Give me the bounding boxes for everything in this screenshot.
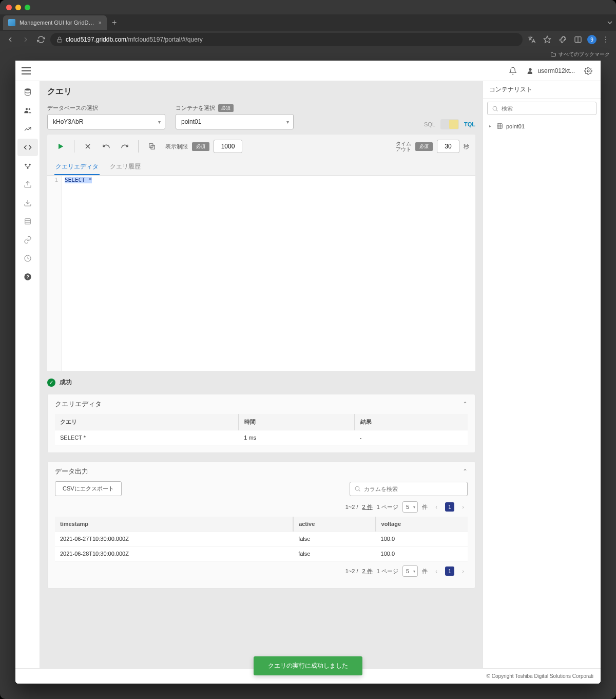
prev-page-button[interactable]: ‹ bbox=[432, 502, 441, 512]
display-limit-input[interactable] bbox=[214, 140, 242, 153]
required-badge: 必須 bbox=[192, 142, 209, 151]
prev-page-button[interactable]: ‹ bbox=[432, 566, 441, 576]
translate-icon[interactable] bbox=[526, 33, 538, 46]
container-list-title: コンテナリスト bbox=[483, 81, 601, 99]
col-result: 結果 bbox=[355, 414, 468, 430]
star-icon[interactable] bbox=[541, 33, 553, 46]
timeout-unit: 秒 bbox=[464, 143, 469, 150]
svg-marker-1 bbox=[544, 36, 550, 43]
col-voltage: voltage bbox=[376, 517, 468, 532]
page-number[interactable]: 1 bbox=[445, 566, 454, 576]
svg-line-27 bbox=[359, 490, 360, 491]
clear-button[interactable] bbox=[81, 139, 95, 154]
rows-per-page-select[interactable]: 5 bbox=[402, 501, 418, 513]
sidebar-item-help[interactable]: ? bbox=[17, 268, 38, 286]
panel-header[interactable]: クエリエディタ ⌃ bbox=[48, 394, 475, 414]
forward-button[interactable] bbox=[20, 33, 32, 46]
extensions-icon[interactable] bbox=[556, 33, 569, 46]
sidebar-item-query[interactable] bbox=[17, 139, 38, 156]
pager-top: 1~2 / 2 件 1 ページ 5 件 ‹ 1 › bbox=[55, 501, 468, 513]
redo-button[interactable] bbox=[118, 139, 132, 154]
required-badge: 必須 bbox=[415, 142, 433, 151]
query-result-panel: クエリエディタ ⌃ クエリ 時間 結果 SE bbox=[47, 394, 475, 453]
close-window-button[interactable] bbox=[6, 5, 12, 10]
kebab-menu-icon[interactable] bbox=[600, 33, 612, 46]
svg-point-4 bbox=[605, 36, 606, 37]
close-tab-icon[interactable]: × bbox=[99, 20, 102, 26]
panel-header[interactable]: データ出力 ⌃ bbox=[48, 462, 475, 481]
panel-title: データ出力 bbox=[55, 467, 88, 476]
tree-item-label: point01 bbox=[506, 123, 525, 129]
mode-sql-label: SQL bbox=[424, 121, 435, 127]
sidebar-item-history[interactable] bbox=[17, 250, 38, 267]
maximize-window-button[interactable] bbox=[25, 5, 30, 10]
copyright-text: © Copyright Toshiba Digital Solutions Co… bbox=[487, 673, 593, 679]
profile-badge[interactable]: 9 bbox=[587, 35, 596, 44]
svg-point-5 bbox=[605, 39, 606, 40]
mode-toggle[interactable] bbox=[440, 119, 459, 129]
sidebar-item-connect[interactable] bbox=[17, 157, 38, 175]
reload-button[interactable] bbox=[35, 33, 47, 46]
svg-point-11 bbox=[28, 108, 30, 110]
svg-text:?: ? bbox=[26, 274, 29, 279]
status-text: 成功 bbox=[60, 378, 72, 387]
next-page-button[interactable]: › bbox=[458, 502, 468, 512]
tab-query-history[interactable]: クエリ履歴 bbox=[109, 158, 142, 175]
bookmarks-label[interactable]: すべてのブックマーク bbox=[559, 51, 610, 58]
rows-per-page-select[interactable]: 5 bbox=[402, 565, 418, 577]
sidebar-item-database[interactable] bbox=[17, 83, 38, 101]
table-row: 2021-06-27T10:30:00.000Z false 100.0 bbox=[55, 532, 468, 546]
query-result-table: クエリ 時間 結果 SELECT * 1 ms - bbox=[55, 414, 468, 445]
undo-button[interactable] bbox=[99, 139, 113, 154]
svg-rect-15 bbox=[25, 219, 30, 224]
container-list-panel: コンテナリスト ▸ point01 bbox=[483, 81, 601, 684]
sidebar-item-download[interactable] bbox=[17, 194, 38, 212]
svg-point-26 bbox=[355, 486, 359, 490]
browser-tab[interactable]: Management GUI for GridD… × bbox=[3, 15, 107, 30]
line-number: 1 bbox=[48, 177, 58, 183]
sidebar-item-upload[interactable] bbox=[17, 176, 38, 193]
container-search[interactable] bbox=[487, 102, 596, 115]
page-number[interactable]: 1 bbox=[445, 502, 454, 512]
user-menu[interactable]: userm012kt... bbox=[526, 67, 575, 75]
timeout-input[interactable] bbox=[437, 140, 459, 153]
tab-query-editor[interactable]: クエリエディタ bbox=[54, 158, 100, 175]
copy-button[interactable] bbox=[145, 139, 159, 154]
notifications-icon[interactable] bbox=[507, 65, 519, 77]
menu-toggle-button[interactable] bbox=[22, 67, 31, 74]
export-csv-button[interactable]: CSVにエクスポート bbox=[55, 481, 122, 496]
container-select-label: コンテナを選択 bbox=[176, 104, 215, 112]
caret-right-icon: ▸ bbox=[489, 124, 493, 128]
sidebar-item-link[interactable] bbox=[17, 231, 38, 249]
sidebar-item-chart[interactable] bbox=[17, 120, 38, 138]
container-select[interactable]: point01 bbox=[176, 114, 294, 129]
url-host: cloud5197.griddb.com bbox=[66, 36, 126, 43]
table-row: SELECT * 1 ms - bbox=[55, 430, 468, 445]
page-title: クエリ bbox=[40, 81, 483, 102]
success-toast: クエリの実行に成功しました bbox=[254, 656, 362, 675]
new-tab-button[interactable]: + bbox=[112, 18, 117, 27]
tree-item-point01[interactable]: ▸ point01 bbox=[488, 121, 595, 131]
svg-point-6 bbox=[605, 42, 606, 43]
favicon bbox=[8, 19, 15, 26]
db-select[interactable]: kHoY3AbR bbox=[47, 114, 165, 129]
container-search-input[interactable] bbox=[502, 105, 592, 111]
next-page-button[interactable]: › bbox=[458, 566, 468, 576]
back-button[interactable] bbox=[4, 33, 16, 46]
sidebar-item-users[interactable] bbox=[17, 102, 38, 119]
display-limit-label: 表示制限 bbox=[165, 143, 188, 150]
timeout-label-2: アウト bbox=[396, 146, 411, 152]
minimize-window-button[interactable] bbox=[15, 5, 21, 10]
window-dropdown-icon[interactable] bbox=[604, 16, 616, 29]
panel-icon[interactable] bbox=[572, 33, 584, 46]
run-button[interactable] bbox=[53, 139, 68, 154]
code-editor[interactable]: 1 SELECT * bbox=[47, 176, 475, 371]
sidebar-item-list[interactable] bbox=[17, 213, 38, 230]
column-search[interactable] bbox=[350, 482, 468, 496]
success-icon: ✓ bbox=[47, 379, 55, 387]
code-content: SELECT * bbox=[65, 177, 92, 183]
settings-icon[interactable] bbox=[582, 65, 594, 77]
url-input[interactable]: cloud5197.griddb.com/mfcloud5197/portal/… bbox=[50, 33, 523, 46]
col-time: 時間 bbox=[239, 414, 354, 430]
column-search-input[interactable] bbox=[364, 486, 463, 492]
